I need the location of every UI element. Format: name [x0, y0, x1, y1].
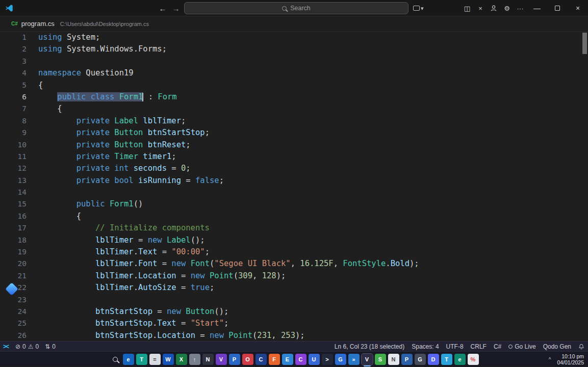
open-remote-window-button[interactable]: ▾: [413, 0, 424, 16]
line-number[interactable]: 6: [0, 91, 27, 103]
code-line[interactable]: 20 lblTimer.Font = new Font("Segoe UI Bl…: [0, 258, 588, 270]
code-line[interactable]: 19 lblTimer.Text = "00:00";: [0, 246, 588, 258]
tab-program-cs[interactable]: C# program.cs C:\Users\abdul\Desktop\pro…: [11, 20, 149, 28]
line-number[interactable]: 3: [0, 56, 27, 67]
taskbar-icon-steam[interactable]: ↑: [189, 354, 200, 365]
taskbar-icon-photos-app[interactable]: P: [229, 354, 240, 365]
taskbar-icon-app-blue-arrow[interactable]: »: [348, 354, 360, 365]
line-number[interactable]: 5: [0, 80, 27, 91]
close-editor-group-button[interactable]: ×: [474, 0, 487, 16]
taskbar-icon-sublime-app[interactable]: S: [375, 354, 386, 365]
status-item-eol[interactable]: CRLF: [467, 342, 490, 351]
taskbar-icon-file-explorer[interactable]: E: [282, 354, 293, 365]
line-number[interactable]: 15: [0, 198, 27, 210]
line-number[interactable]: 9: [0, 127, 27, 139]
code-line[interactable]: 8 private Label lblTimer;: [0, 115, 588, 127]
close-window-button[interactable]: ×: [568, 0, 588, 16]
code-line[interactable]: 13 private bool isRunning = false;: [0, 175, 588, 187]
account-button[interactable]: [487, 0, 500, 16]
line-number[interactable]: 13: [0, 175, 27, 187]
more-actions-button[interactable]: ···: [514, 0, 527, 16]
status-item-cursor-position[interactable]: Ln 6, Col 23 (18 selected): [331, 342, 408, 351]
remote-indicator[interactable]: ><: [0, 343, 12, 350]
status-item-encoding[interactable]: UTF-8: [443, 342, 467, 351]
taskbar-icon-vscode[interactable]: V: [362, 354, 373, 365]
maximize-restore-button[interactable]: [547, 0, 568, 16]
line-number[interactable]: 19: [0, 246, 27, 258]
taskbar-icon-opera-browser[interactable]: O: [242, 354, 253, 365]
line-number[interactable]: 16: [0, 211, 27, 222]
code-line[interactable]: 23: [0, 294, 588, 306]
code-line[interactable]: 1using System;: [0, 32, 588, 43]
code-line[interactable]: 22 lblTimer.AutoSize = true;: [0, 282, 588, 294]
nav-forward-button[interactable]: →: [170, 0, 182, 16]
taskbar-icon-pie-chart-app[interactable]: %: [468, 354, 479, 365]
taskbar-icon-firefox-browser[interactable]: F: [269, 354, 280, 365]
taskbar-icon-github-desktop[interactable]: G: [415, 354, 426, 365]
taskbar-icon-camera-app[interactable]: C: [295, 354, 306, 365]
tray-chevron-icon[interactable]: ^: [549, 357, 551, 362]
line-number[interactable]: 2: [0, 43, 27, 55]
code-line[interactable]: 17 // Initialize components: [0, 222, 588, 234]
taskbar-icon-app-blue-u[interactable]: U: [309, 354, 320, 365]
code-line[interactable]: 26 btnStartStop.Location = new Point(231…: [0, 330, 588, 342]
taskbar-icon-terminal[interactable]: >: [322, 354, 333, 365]
code-line[interactable]: 12 private int seconds = 0;: [0, 163, 588, 174]
command-center-search[interactable]: Search: [184, 2, 408, 14]
code-line[interactable]: 24 btnStartStop = new Button();: [0, 306, 588, 318]
editor-scrollbar[interactable]: [581, 32, 588, 341]
taskbar-icon-chrome-browser[interactable]: G: [335, 354, 346, 365]
line-number[interactable]: 7: [0, 103, 27, 115]
problems-button[interactable]: ⊘ 0 ⚠ 0: [12, 342, 42, 351]
taskbar-icon-visual-studio[interactable]: V: [216, 354, 227, 365]
line-number[interactable]: 18: [0, 234, 27, 246]
ports-button[interactable]: ⇅ 0: [42, 342, 59, 351]
taskbar-icon-notepad[interactable]: N: [388, 354, 399, 365]
status-item-qodo-gen[interactable]: Qodo Gen: [540, 342, 575, 351]
taskbar-clock[interactable]: 10:10 pm 04/01/2025: [557, 353, 584, 365]
taskbar-icon-teams[interactable]: T: [136, 354, 147, 365]
taskbar-icon-telegram[interactable]: T: [441, 354, 452, 365]
code-line[interactable]: 2using System.Windows.Forms;: [0, 43, 588, 55]
code-line[interactable]: 6 public class Form1 : Form: [0, 91, 588, 103]
scrollbar-thumb[interactable]: [582, 33, 587, 54]
code-line[interactable]: 5{: [0, 80, 588, 91]
taskbar-icon-edge-browser[interactable]: e: [123, 354, 134, 365]
line-number[interactable]: 23: [0, 294, 27, 306]
taskbar-icon-python-app[interactable]: P: [401, 354, 413, 365]
code-line[interactable]: 11 private Timer timer1;: [0, 151, 588, 163]
qodo-gutter-icon[interactable]: [5, 282, 18, 296]
line-number[interactable]: 11: [0, 151, 27, 163]
line-number[interactable]: 8: [0, 115, 27, 127]
code-line[interactable]: 18 lblTimer = new Label();: [0, 234, 588, 246]
taskbar-icon-discord[interactable]: D: [428, 354, 439, 365]
taskbar-icon-word[interactable]: W: [163, 354, 174, 365]
line-number[interactable]: 4: [0, 67, 27, 79]
code-line[interactable]: 3: [0, 56, 588, 67]
status-item-indentation[interactable]: Spaces: 4: [408, 342, 442, 351]
line-number[interactable]: 10: [0, 139, 27, 151]
line-number[interactable]: 25: [0, 318, 27, 329]
editor[interactable]: 1using System;2using System.Windows.Form…: [0, 32, 588, 341]
line-number[interactable]: 1: [0, 32, 27, 43]
notifications-bell-button[interactable]: [575, 342, 588, 351]
settings-button[interactable]: ⚙: [500, 0, 514, 16]
line-number[interactable]: 14: [0, 187, 27, 198]
nav-back-button[interactable]: ←: [157, 0, 168, 16]
code-line[interactable]: 21 lblTimer.Location = new Point(309, 12…: [0, 270, 588, 282]
line-number[interactable]: 17: [0, 222, 27, 234]
line-number[interactable]: 12: [0, 163, 27, 174]
taskbar-icon-excel[interactable]: X: [176, 354, 187, 365]
taskbar-icon-notepad-plus[interactable]: N: [202, 354, 214, 365]
code-line[interactable]: 14: [0, 187, 588, 198]
code-line[interactable]: 4namespace Question19: [0, 67, 588, 79]
taskbar-icon-app-navy-circle[interactable]: C: [255, 354, 267, 365]
line-number[interactable]: 21: [0, 270, 27, 282]
code-line[interactable]: 16 {: [0, 211, 588, 222]
line-number[interactable]: 26: [0, 330, 27, 342]
toggle-sidebar-button[interactable]: ◫: [461, 0, 474, 16]
status-item-language-mode[interactable]: C#: [490, 342, 505, 351]
status-item-go-live[interactable]: Go Live: [505, 342, 539, 351]
code-line[interactable]: 15 public Form1(): [0, 198, 588, 210]
minimize-button[interactable]: —: [527, 0, 547, 16]
